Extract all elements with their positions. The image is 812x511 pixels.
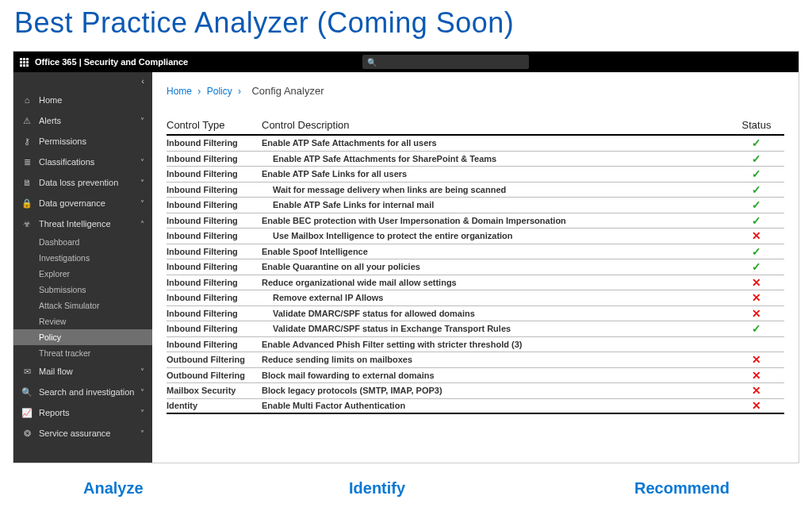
sidebar-item-label: Service assurance xyxy=(39,428,134,438)
sidebar-item-reports[interactable]: 📈Reports˅ xyxy=(13,402,152,423)
chevron-right-icon: › xyxy=(238,86,241,97)
check-icon: ✓ xyxy=(729,136,784,149)
cell-control-type: Outbound Filtering xyxy=(167,355,262,364)
search-input[interactable]: 🔍 xyxy=(362,55,529,69)
sidebar-item-data-governance[interactable]: 🔒Data governance˅ xyxy=(13,193,152,213)
sidebar-item-mail-flow[interactable]: ✉Mail flow˅ xyxy=(13,361,152,382)
sidebar-item-home[interactable]: ⌂Home xyxy=(13,90,152,110)
table-row: Inbound FilteringEnable Advanced Phish F… xyxy=(167,337,784,353)
cell-control-description: Enable ATP Safe Links for internal mail xyxy=(262,200,729,209)
table-row: Inbound FilteringEnable ATP Safe Links f… xyxy=(167,198,784,213)
table-row: Inbound FilteringEnable Quarantine on al… xyxy=(167,259,784,275)
chevron-down-icon: ˅ xyxy=(140,388,144,397)
sidebar-subitem-explorer[interactable]: Explorer xyxy=(13,266,152,282)
table-row: Outbound FilteringReduce sending limits … xyxy=(167,352,784,368)
page-title: Best Practice Analyzer (Coming Soon) xyxy=(0,0,812,51)
cell-control-description: Enable Multi Factor Authentication xyxy=(262,401,729,410)
cell-control-type: Inbound Filtering xyxy=(167,293,262,302)
breadcrumb-current: Config Analyzer xyxy=(251,85,324,97)
cell-control-type: Inbound Filtering xyxy=(167,185,262,194)
breadcrumb: Home › Policy › Config Analyzer xyxy=(167,85,784,97)
sidebar-item-label: Threat Intelligence xyxy=(39,219,134,229)
cell-control-description: Enable Advanced Phish Filter setting wit… xyxy=(262,340,729,349)
table-row: Inbound FilteringWait for message delive… xyxy=(167,182,784,198)
cell-control-type: Inbound Filtering xyxy=(167,216,262,225)
sidebar-item-label: Permissions xyxy=(39,136,144,146)
sidebar-subitem-policy[interactable]: Policy xyxy=(13,329,152,345)
cell-control-description: Enable BEC protection with User Imperson… xyxy=(262,216,729,225)
dlp-icon: 🗎 xyxy=(21,178,33,187)
table-row: Inbound FilteringEnable ATP Safe Attachm… xyxy=(167,136,784,152)
sidebar-item-label: Reports xyxy=(39,408,134,417)
service-icon: ❂ xyxy=(21,428,33,439)
x-icon: ✕ xyxy=(729,369,784,382)
sidebar-subitem-review[interactable]: Review xyxy=(13,313,152,329)
cell-control-type: Mailbox Security xyxy=(167,386,262,395)
x-icon: ✕ xyxy=(729,291,784,304)
check-icon: ✓ xyxy=(729,167,784,180)
cell-control-type: Inbound Filtering xyxy=(167,324,262,333)
col-control-type: Control Type xyxy=(167,119,262,131)
sidebar-subitem-dashboard[interactable]: Dashboard xyxy=(13,234,152,250)
governance-icon: 🔒 xyxy=(21,198,33,209)
col-status: Status xyxy=(729,119,784,131)
sidebar-item-alerts[interactable]: ⚠Alerts˅ xyxy=(13,110,152,131)
sidebar-item-search-and-investigation[interactable]: 🔍Search and investigation˅ xyxy=(13,382,152,402)
header-bar: Office 365 | Security and Compliance 🔍 xyxy=(13,52,799,72)
chevron-down-icon: ˅ xyxy=(140,367,144,376)
footer-recommend: Recommend xyxy=(634,479,730,498)
cell-control-type: Inbound Filtering xyxy=(167,231,262,240)
sidebar-item-threat-intelligence[interactable]: ☣Threat Intelligence˄ xyxy=(13,213,152,234)
breadcrumb-policy[interactable]: Policy xyxy=(207,86,232,97)
controls-table: Control Type Control Description Status … xyxy=(167,119,784,414)
table-row: Inbound FilteringValidate DMARC/SPF stat… xyxy=(167,306,784,322)
breadcrumb-home[interactable]: Home xyxy=(167,86,192,97)
classifications-icon: ≣ xyxy=(21,157,33,167)
x-icon: ✕ xyxy=(729,384,784,397)
table-row: Inbound FilteringEnable ATP Safe Links f… xyxy=(167,167,784,182)
sidebar-subitem-investigations[interactable]: Investigations xyxy=(13,250,152,266)
x-icon: ✕ xyxy=(729,307,784,320)
table-row: Mailbox SecurityBlock legacy protocols (… xyxy=(167,383,784,399)
collapse-sidebar-button[interactable]: ‹ xyxy=(13,72,152,90)
sidebar: ‹ ⌂Home⚠Alerts˅⚷Permissions≣Classificati… xyxy=(13,72,152,463)
sidebar-item-data-loss-prevention[interactable]: 🗎Data loss prevention˅ xyxy=(13,172,152,193)
cell-control-description: Validate DMARC/SPF status for allowed do… xyxy=(262,309,729,318)
cell-control-description: Reduce organizational wide mail allow se… xyxy=(262,278,729,287)
content-pane: Home › Policy › Config Analyzer Control … xyxy=(152,72,799,463)
chevron-left-icon: ‹ xyxy=(141,76,144,86)
sidebar-item-permissions[interactable]: ⚷Permissions xyxy=(13,131,152,152)
sidebar-item-label: Alerts xyxy=(39,116,134,125)
table-row: Inbound FilteringEnable BEC protection w… xyxy=(167,213,784,229)
sidebar-item-service-assurance[interactable]: ❂Service assurance˅ xyxy=(13,423,152,444)
cell-control-type: Inbound Filtering xyxy=(167,247,262,256)
sidebar-subitem-threat-tracker[interactable]: Threat tracker xyxy=(13,345,152,361)
table-row: Inbound FilteringEnable Spoof Intelligen… xyxy=(167,244,784,260)
cell-control-description: Enable Spoof Intelligence xyxy=(262,247,729,256)
sidebar-item-classifications[interactable]: ≣Classifications˅ xyxy=(13,152,152,172)
table-row: Outbound FilteringBlock mail fowarding t… xyxy=(167,368,784,384)
cell-control-type: Inbound Filtering xyxy=(167,154,262,163)
table-row: Inbound FilteringRemove external IP Allo… xyxy=(167,290,784,306)
check-icon: ✓ xyxy=(729,245,784,258)
cell-control-description: Validate DMARC/SPF status in Exchange Tr… xyxy=(262,324,729,333)
table-row: Inbound FilteringReduce organizational w… xyxy=(167,275,784,291)
alerts-icon: ⚠ xyxy=(21,116,33,126)
col-control-description: Control Description xyxy=(262,119,729,131)
cell-control-type: Inbound Filtering xyxy=(167,262,262,271)
x-icon: ✕ xyxy=(729,229,784,242)
home-icon: ⌂ xyxy=(21,95,33,105)
chevron-up-icon: ˄ xyxy=(140,220,144,229)
sidebar-subitem-submissions[interactable]: Submissions xyxy=(13,282,152,298)
check-icon: ✓ xyxy=(729,214,784,227)
app-launcher-icon[interactable] xyxy=(20,58,29,67)
reports-icon: 📈 xyxy=(21,408,33,418)
table-row: IdentityEnable Multi Factor Authenticati… xyxy=(167,399,784,415)
table-row: Inbound FilteringValidate DMARC/SPF stat… xyxy=(167,321,784,337)
chevron-right-icon: › xyxy=(197,86,201,97)
check-icon: ✓ xyxy=(729,152,784,165)
sidebar-subitem-attack-simulator[interactable]: Attack Simulator xyxy=(13,298,152,313)
mailflow-icon: ✉ xyxy=(21,367,33,377)
chevron-down-icon: ˅ xyxy=(140,429,144,438)
header-title: Office 365 | Security and Compliance xyxy=(35,57,188,67)
